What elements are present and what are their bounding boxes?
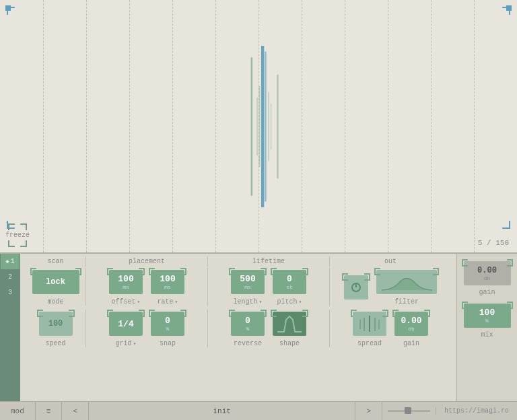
lifetime-header: lifetime (208, 256, 330, 267)
svg-rect-4 (256, 98, 258, 155)
grid-label: grid (116, 340, 132, 347)
grid-line (474, 0, 475, 252)
reverse-label: reverse (234, 340, 262, 347)
out-section: filter (330, 268, 451, 306)
controls-main: scan placement lifetime out lock mode (20, 254, 456, 401)
mix-bracket: 100 % (462, 302, 513, 330)
filter-label: filter (394, 298, 419, 306)
offset-label: offset (112, 298, 136, 306)
filter-bracket (374, 268, 439, 296)
reverse-bracket: 0 % (229, 310, 267, 338)
out-row2: spread 0.00 db gain (330, 310, 451, 347)
offset-control-group: 100 ms offset ▾ (107, 268, 145, 306)
master-gain-control[interactable]: 0.00 db (464, 261, 511, 285)
reverse-text: reverse (234, 340, 262, 347)
bracket-bl (8, 240, 15, 247)
toolbar-slider[interactable] (388, 410, 430, 412)
grid-line (431, 0, 432, 252)
shape-svg (275, 313, 304, 335)
mix-control[interactable]: 100 % (464, 304, 511, 328)
length-value: 500 (240, 274, 255, 284)
forward-button[interactable]: > (355, 402, 382, 420)
rate-unit: ms (164, 284, 171, 290)
shape-text: shape (279, 340, 300, 347)
section-headers: scan placement lifetime out (26, 256, 451, 268)
offset-dropdown[interactable]: offset ▾ (112, 298, 141, 306)
grid-line (215, 0, 216, 252)
out-gain-value: 0.00 (401, 316, 421, 326)
power-button[interactable] (344, 275, 368, 300)
spread-control[interactable] (353, 312, 386, 336)
placement-header: placement (86, 256, 208, 267)
sidebar-label-2: 2 (8, 273, 12, 281)
waveform-canvas[interactable]: freeze 5 / 150 (0, 0, 517, 252)
master-gain-value: 0.00 (477, 266, 497, 275)
speed-value: 100 (48, 319, 63, 328)
pitch-control[interactable]: 0 st (273, 270, 306, 294)
lifetime-section: 500 ms length ▾ 0 st (208, 268, 330, 306)
pitch-value: 0 (287, 274, 292, 284)
out-gain-group: 0.00 db gain (392, 310, 430, 347)
toolbar-url: https://imagi.ro (436, 407, 517, 415)
master-gain-label: gain (479, 289, 495, 296)
sidebar-item-3[interactable]: 3 (1, 285, 20, 300)
sidebar-item-1[interactable]: ◈ 1 (1, 254, 20, 269)
sidebar-item-2[interactable]: 2 (1, 269, 20, 285)
controls-row-1: lock mode 100 ms (26, 268, 451, 306)
svg-rect-3 (277, 74, 279, 178)
reverse-control[interactable]: 0 % (231, 312, 265, 336)
mod-button[interactable]: mod (0, 402, 36, 420)
pitch-label: pitch (277, 298, 298, 306)
out-gain-bracket: 0.00 db (392, 310, 430, 338)
power-icon (350, 281, 362, 293)
filter-control[interactable] (376, 270, 437, 294)
freeze-label[interactable]: freeze (5, 232, 30, 239)
rate-bracket: 100 ms (149, 268, 186, 296)
speed-control[interactable]: 100 (39, 312, 73, 336)
rate-label: rate (158, 298, 174, 306)
rate-control[interactable]: 100 ms (151, 270, 184, 294)
mix-group: 100 % mix (462, 302, 513, 339)
master-gain-bracket: 0.00 db (462, 259, 513, 287)
back-button[interactable]: < (62, 402, 89, 420)
pitch-dropdown[interactable]: pitch ▾ (277, 298, 302, 306)
toolbar-center: init (89, 407, 355, 415)
snap-bracket: 0 % (149, 310, 186, 338)
lifetime-row2: 0 % reverse (208, 310, 330, 347)
shape-control[interactable] (273, 312, 306, 336)
speed-bracket: 100 (37, 310, 75, 338)
speed-label: speed (45, 340, 65, 347)
rate-arrow: ▾ (175, 299, 178, 305)
rate-control-group: 100 ms rate ▾ (149, 268, 186, 306)
speed-text: speed (45, 340, 65, 347)
sidebar-icon-1: ◈ (5, 258, 9, 265)
rate-dropdown[interactable]: rate ▾ (158, 298, 178, 306)
menu-button[interactable]: ≡ (36, 402, 63, 420)
grid-line (388, 0, 388, 252)
reverse-unit: % (246, 326, 250, 332)
mode-dropdown[interactable]: mode (47, 298, 63, 306)
selection-corner-tl (7, 7, 15, 15)
snap-control[interactable]: 0 % (151, 312, 184, 336)
snap-group: 0 % snap (149, 310, 186, 347)
pitch-unit: st (286, 284, 293, 290)
grid-control[interactable]: 1/4 (109, 312, 143, 336)
mode-control[interactable]: lock (32, 270, 79, 294)
freeze-bracket-bottom (8, 240, 27, 247)
right-panel: 0.00 db gain 100 % mix (456, 254, 517, 401)
offset-bracket: 100 ms (107, 268, 145, 296)
freeze-area: freeze (5, 223, 30, 247)
offset-control[interactable]: 100 ms (109, 270, 143, 294)
svg-rect-2 (265, 51, 267, 201)
grain-counter: 5 / 150 (478, 239, 509, 247)
length-control[interactable]: 500 ms (231, 270, 265, 294)
pitch-control-group: 0 st pitch ▾ (271, 268, 308, 306)
grid-line (86, 0, 87, 252)
waveform-svg (245, 26, 285, 228)
out-gain-label: gain (403, 340, 419, 347)
length-unit: ms (244, 284, 251, 290)
selection-corner-br (502, 221, 510, 229)
out-gain-control[interactable]: 0.00 db (394, 312, 428, 336)
grid-dropdown[interactable]: grid ▾ (116, 340, 137, 347)
length-dropdown[interactable]: length ▾ (234, 298, 263, 306)
